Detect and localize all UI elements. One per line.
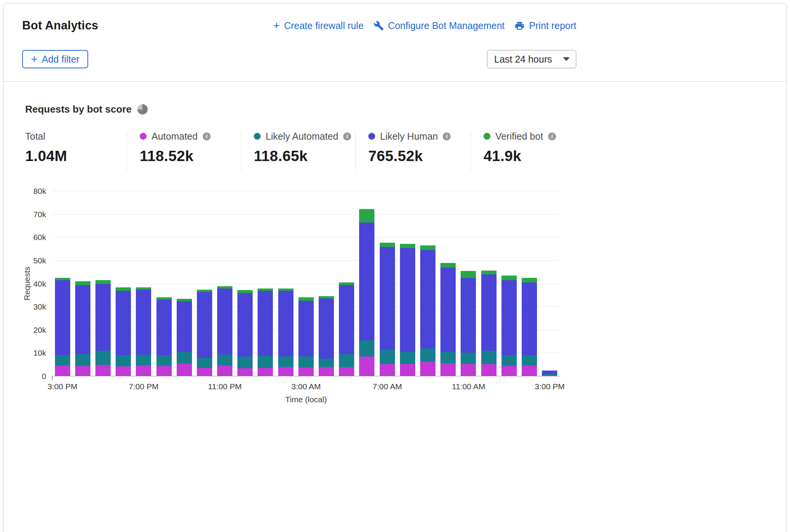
bar <box>522 191 537 376</box>
bar-segment-automated <box>380 364 395 376</box>
bar-segment-verified-bot <box>420 245 435 250</box>
stat-label: Verified bot <box>495 131 543 142</box>
bar-segment-likely-automated <box>136 355 151 366</box>
stat-value: 41.9k <box>484 148 576 164</box>
bar-segment-automated <box>501 366 517 376</box>
x-axis-line <box>52 376 560 376</box>
section-title: Requests by bot score <box>25 103 132 115</box>
bar <box>319 191 334 376</box>
bar-segment-likely-human <box>359 222 374 340</box>
y-axis-labels: 010k20k30k40k50k60k70k80k <box>11 191 46 376</box>
plus-icon <box>31 55 38 63</box>
bar-segment-likely-automated <box>319 359 334 367</box>
bar-segment-verified-bot <box>440 263 456 268</box>
y-tick-label: 20k <box>33 326 46 335</box>
bar-segment-automated <box>522 366 537 376</box>
bar <box>55 191 70 376</box>
bar-segment-verified-bot <box>75 281 90 285</box>
bar-segment-likely-human <box>501 280 517 355</box>
info-icon[interactable] <box>203 132 211 140</box>
bar-segment-likely-automated <box>177 352 192 363</box>
x-tick-label: 3:00 AM <box>291 382 321 391</box>
bar-segment-likely-automated <box>217 355 232 365</box>
bar <box>481 191 497 376</box>
bar-segment-likely-automated <box>258 356 273 368</box>
plus-icon <box>273 21 280 30</box>
time-range-select[interactable]: Last 24 hours <box>487 50 576 68</box>
bar-segment-automated <box>440 363 456 376</box>
bar-segment-automated <box>177 364 192 376</box>
stat-total: Total 1.04M <box>22 131 127 170</box>
x-axis-labels: 3:00 PM7:00 PM11:00 PM3:00 AM7:00 AM11:0… <box>52 382 560 393</box>
print-report-link[interactable]: Print report <box>514 20 576 31</box>
bar-segment-automated <box>197 368 212 376</box>
chevron-down-icon <box>563 57 570 61</box>
bar <box>237 191 253 376</box>
bar-segment-likely-human <box>380 247 395 350</box>
stat-label: Automated <box>152 131 198 142</box>
bar-segment-verified-bot <box>136 287 151 290</box>
bar-segment-likely-human <box>116 291 131 356</box>
info-icon[interactable] <box>343 132 351 140</box>
create-firewall-rule-link[interactable]: Create firewall rule <box>273 20 364 31</box>
print-report-label: Print report <box>529 20 576 31</box>
bar-segment-likely-automated <box>75 354 90 366</box>
bar <box>542 191 557 376</box>
bar-segment-verified-bot <box>522 278 537 282</box>
bar-segment-likely-automated <box>400 352 415 364</box>
info-icon[interactable] <box>443 132 451 140</box>
stats-row: Total 1.04M Automated 118.52k Likely Aut… <box>22 131 576 170</box>
bar-segment-likely-automated <box>298 356 314 368</box>
info-icon[interactable] <box>548 132 556 140</box>
bar-segment-automated <box>258 368 273 376</box>
bar <box>95 191 111 376</box>
bar-segment-automated <box>136 366 151 376</box>
bar-segment-automated <box>298 368 314 376</box>
x-tick-label: 3:00 PM <box>47 382 77 391</box>
bar-segment-likely-human <box>298 301 314 356</box>
card-header: Bot Analytics Create firewall rule Confi… <box>3 3 787 82</box>
section-title-row: Requests by bot score <box>25 103 148 115</box>
configure-bot-management-link[interactable]: Configure Bot Management <box>374 20 505 31</box>
bar-segment-likely-human <box>542 371 557 374</box>
bar-segment-verified-bot <box>501 276 517 280</box>
bar-segment-likely-human <box>278 291 293 356</box>
x-tick-label: 11:00 PM <box>208 382 242 391</box>
bar <box>116 191 131 376</box>
bar-segment-verified-bot <box>481 271 497 274</box>
create-firewall-rule-label: Create firewall rule <box>284 20 363 31</box>
bar-segment-likely-automated <box>359 340 374 356</box>
bar-segment-likely-human <box>55 280 70 355</box>
stat-label: Likely Automated <box>266 131 338 142</box>
y-tick-label: 30k <box>33 302 46 311</box>
printer-icon <box>514 21 525 31</box>
bar <box>217 191 232 376</box>
bar-segment-likely-human <box>217 289 232 355</box>
bar-segment-automated <box>339 367 354 376</box>
bar-segment-automated <box>55 366 70 376</box>
bar-segment-likely-human <box>258 291 273 356</box>
bar-segment-automated <box>217 366 232 376</box>
configure-bot-management-label: Configure Bot Management <box>388 20 505 31</box>
bar <box>400 191 415 376</box>
bar-segment-likely-human <box>75 285 90 355</box>
x-tick-label: 7:00 PM <box>129 382 158 391</box>
pie-chart-icon <box>137 104 148 114</box>
bar-segment-automated <box>461 364 476 376</box>
bar-segment-likely-automated <box>339 354 354 367</box>
time-range-value: Last 24 hours <box>494 54 552 65</box>
bar-segment-verified-bot <box>359 209 374 222</box>
bar-segment-likely-automated <box>116 355 131 366</box>
add-filter-button[interactable]: Add filter <box>22 50 88 68</box>
bar-segment-likely-automated <box>95 351 111 364</box>
y-tick-label: 60k <box>33 233 46 242</box>
axis-tick <box>52 376 53 380</box>
bar-segment-likely-automated <box>420 348 435 362</box>
stat-value: 118.65k <box>254 148 355 164</box>
bar-segment-verified-bot <box>298 297 314 301</box>
y-tick-label: 40k <box>33 279 46 289</box>
bar-segment-likely-automated <box>522 355 537 366</box>
bar <box>339 191 354 376</box>
stat-likely-automated: Likely Automated 118.65k <box>241 131 355 170</box>
stat-verified-bot: Verified bot 41.9k <box>471 131 576 170</box>
